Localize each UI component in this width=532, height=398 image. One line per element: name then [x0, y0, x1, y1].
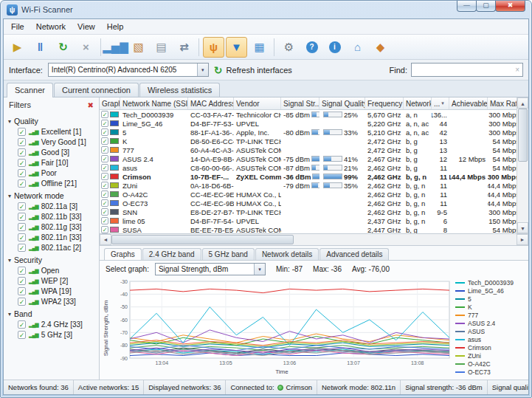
scroll-down-icon[interactable]: ▼	[517, 222, 528, 233]
tab-wireless-statistics[interactable]: Wireless statistics	[139, 83, 220, 97]
table-row[interactable]: ✓SUSABE-EE-7B-E5-...ASUSTek COM...2,447 …	[100, 225, 517, 233]
legend-item[interactable]: SNN	[455, 376, 528, 378]
horizontal-scrollbar[interactable]: ◄ ►	[100, 234, 528, 246]
filter-item-offline-21[interactable]: ✓▂▄▆Offline [21]	[18, 179, 99, 188]
column-header-graph[interactable]: Graph	[100, 97, 120, 109]
filter-item-fair-10[interactable]: ✓▂▄▆Fair [10]	[18, 159, 99, 167]
minimize-button[interactable]: —	[457, 1, 477, 12]
clear-find-icon[interactable]: ×	[512, 66, 522, 74]
legend-item[interactable]: ASUS 2.4	[455, 319, 528, 327]
chart-columns-button[interactable]: ▂▅▇	[105, 37, 126, 58]
checkbox-checked-icon[interactable]: ✓	[18, 202, 26, 210]
row-checkbox[interactable]: ✓	[101, 217, 108, 224]
column-header-signal-str[interactable]: Signal Str...	[281, 97, 319, 109]
menu-view[interactable]: View	[72, 21, 101, 32]
scroll-track-horizontal[interactable]	[111, 234, 517, 245]
checkbox-checked-icon[interactable]: ✓	[18, 213, 26, 221]
legend-item[interactable]: K	[455, 303, 528, 311]
scroll-up-icon[interactable]: ▲	[517, 97, 528, 109]
checkbox-checked-icon[interactable]: ✓	[18, 244, 26, 252]
column-header-achievable[interactable]: Achievable ...	[449, 97, 488, 109]
filter-item-802-11n-33[interactable]: ✓▂▄▆802.11n [33]	[18, 233, 99, 241]
row-checkbox[interactable]: ✓	[101, 128, 108, 136]
filter-item-wpa2-33[interactable]: ✓▂▄▆WPA2 [33]	[18, 298, 99, 306]
table-row[interactable]: ✓ZUni0A-18-D6-6B-...-79 dBm35%2,462 GHzb…	[100, 181, 517, 190]
table-row[interactable]: ✓KD8-50-E6-CC-...TP-LINK TECH...2,472 GH…	[100, 137, 517, 145]
menu-network[interactable]: Network	[30, 21, 72, 32]
legend-item[interactable]: 777	[455, 311, 528, 319]
checkbox-checked-icon[interactable]: ✓	[18, 128, 26, 136]
legend-item[interactable]: 5	[455, 295, 528, 303]
filter-item-good-3[interactable]: ✓▂▄▆Good [3]	[18, 148, 99, 157]
checkbox-checked-icon[interactable]: ✓	[18, 298, 26, 306]
filter-item-802-11ac-2[interactable]: ✓▂▄▆802.11ac [2]	[18, 244, 99, 252]
row-checkbox[interactable]: ✓	[101, 155, 108, 162]
checkbox-checked-icon[interactable]: ✓	[18, 267, 26, 275]
filter-group-quality[interactable]: ▾Quality	[8, 117, 99, 126]
graph-select[interactable]: Signal Strength, dBm ▾	[155, 263, 266, 275]
filter-item-5-ghz-3[interactable]: ✓▂▄▆5 GHz [3]	[18, 331, 99, 339]
help-button[interactable]: ?	[301, 37, 322, 58]
row-checkbox[interactable]: ✓	[101, 120, 108, 127]
checkbox-checked-icon[interactable]: ✓	[18, 223, 26, 231]
checkbox-checked-icon[interactable]: ✓	[18, 138, 26, 146]
row-checkbox[interactable]: ✓	[101, 164, 108, 171]
checkbox-checked-icon[interactable]: ✓	[18, 320, 26, 329]
row-checkbox[interactable]: ✓	[101, 208, 108, 216]
chart-legend[interactable]: Tech_D0003939Lime_5G_465K777ASUS 2.4ASUS…	[455, 278, 528, 378]
checkbox-checked-icon[interactable]: ✓	[18, 179, 26, 188]
connect-network-button[interactable]: ⇄	[173, 37, 195, 58]
row-checkbox[interactable]: ✓	[101, 182, 108, 189]
scroll-thumb-horizontal[interactable]	[111, 235, 294, 244]
table-row[interactable]: ✓lime 05D4-BF-7F-54-...UPVEL2,437 GHzb, …	[100, 216, 517, 225]
row-checkbox[interactable]: ✓	[101, 226, 108, 233]
update-button[interactable]: ◆	[370, 37, 391, 58]
row-checkbox[interactable]: ✓	[101, 199, 108, 207]
filter-item-wep-2[interactable]: ✓▂▄▆WEP [2]	[18, 277, 99, 285]
filter-item-open[interactable]: ✓▂▄▆Open	[18, 267, 99, 275]
legend-item[interactable]: Crimson	[455, 343, 528, 351]
settings-wrench-button[interactable]: ⚙	[278, 37, 300, 58]
legend-item[interactable]: O-EC73	[455, 368, 528, 376]
clear-list-button[interactable]: ×	[75, 37, 97, 58]
row-checkbox[interactable]: ✓	[101, 111, 108, 118]
scroll-left-icon[interactable]: ◄	[100, 234, 111, 245]
menu-file[interactable]: File	[5, 21, 30, 32]
filter-item-802-11g-33[interactable]: ✓▂▄▆802.11g [33]	[18, 223, 99, 231]
table-row[interactable]: ✓Crimson10-7B-EF-...ZyXEL Comm...-36 dBm…	[100, 172, 517, 181]
filter-item-802-11a-3[interactable]: ✓▂▄▆802.11a [3]	[18, 202, 99, 210]
legend-item[interactable]: ZUni	[455, 351, 528, 360]
tab-scanner[interactable]: Scanner	[7, 83, 53, 97]
table-row[interactable]: ✓Lime_5G_46D4-BF-7F-53-...UPVEL5,220 GHz…	[100, 119, 517, 128]
table-row[interactable]: ✓77760-A4-4C-A3-...ASUSTek COM...2,472 G…	[100, 145, 517, 154]
legend-item[interactable]: ASUS	[455, 327, 528, 335]
pause-scan-button[interactable]: ‖	[30, 37, 51, 58]
table-row[interactable]: ✓O-A42CCC-4E-EC-9E-...HUMAX Co., Ltd.2,4…	[100, 190, 517, 199]
filter-group-network-mode[interactable]: ▾Network mode	[8, 191, 99, 200]
find-input[interactable]	[412, 66, 512, 74]
column-header-signal-quality[interactable]: Signal Quality	[319, 97, 365, 109]
column-header-max-rate[interactable]: Max Rate	[488, 97, 517, 109]
bottom-tab-network-details[interactable]: Network details	[255, 248, 319, 260]
bottom-tab-5-ghz-band[interactable]: 5 GHz band	[202, 248, 255, 260]
legend-item[interactable]: Lime_5G_46	[455, 287, 528, 295]
filter-item-poor[interactable]: ✓▂▄▆Poor	[18, 169, 99, 177]
checkbox-checked-icon[interactable]: ✓	[18, 277, 26, 285]
filter-group-security[interactable]: ▾Security	[8, 255, 99, 264]
legend-item[interactable]: asus	[455, 335, 528, 343]
checkbox-checked-icon[interactable]: ✓	[18, 148, 26, 157]
table-row[interactable]: ✓SNNE8-DE-27-B7-...TP-LINK TECH...2,462 …	[100, 207, 517, 216]
table-row[interactable]: ✓588-1F-A1-36-...Apple, Inc.-80 dBm33%5,…	[100, 128, 517, 137]
table-row[interactable]: ✓O-EC73CC-4E-EC-9B-...HUMAX Co., Ltd.2,4…	[100, 199, 517, 207]
scroll-thumb[interactable]	[518, 109, 528, 162]
close-button[interactable]: ✖	[495, 1, 525, 12]
bottom-tab-2-4-ghz-band[interactable]: 2.4 GHz band	[142, 248, 201, 260]
checkbox-checked-icon[interactable]: ✓	[18, 287, 26, 295]
refresh-interfaces-button[interactable]: ↻ Refresh interfaces	[214, 64, 292, 76]
close-filters-icon[interactable]: ✖	[88, 101, 94, 109]
checkbox-checked-icon[interactable]: ✓	[18, 233, 26, 241]
title-bar[interactable]: ψ Wi-Fi Scanner — ▢ ✖	[1, 1, 531, 18]
column-header-mac-address[interactable]: MAC Address	[188, 97, 234, 109]
bottom-tab-graphs[interactable]: Graphs	[104, 248, 142, 260]
column-header-frequency[interactable]: Frequency	[365, 97, 404, 109]
